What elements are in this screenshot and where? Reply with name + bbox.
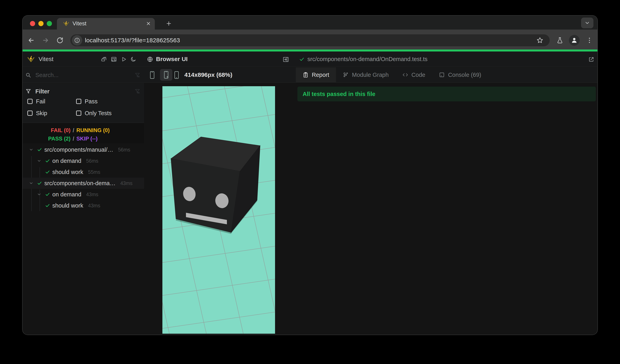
menu-kebab-icon[interactable] <box>586 37 593 44</box>
pass-check-icon <box>299 57 305 62</box>
sidebar: Vitest Search... Filter Fail <box>23 51 144 335</box>
vitest-app: Vitest Search... Filter Fail <box>23 51 597 335</box>
dark-mode-moon-icon[interactable] <box>130 56 136 62</box>
test-status-summary: FAIL (0) / RUNNING (0) PASS (2) / SKIP (… <box>23 123 144 143</box>
chevron-down-icon[interactable] <box>29 147 33 152</box>
checkbox-fail[interactable] <box>27 99 32 104</box>
checkbox-only-tests[interactable] <box>76 111 81 116</box>
tab-close-icon[interactable] <box>146 21 151 26</box>
test-tree: src/components/manual/…56ms on demand56m… <box>23 143 144 263</box>
browser-tab[interactable]: Vitest <box>57 18 155 29</box>
vitest-favicon <box>63 21 69 27</box>
pass-count: PASS (2) <box>23 136 71 142</box>
filter-funnel-icon <box>25 88 31 94</box>
device-toolbar: 414x896px (68%) <box>144 67 296 83</box>
filter-option-only-tests[interactable]: Only Tests <box>76 109 112 117</box>
chevron-down-icon[interactable] <box>37 192 41 197</box>
pass-check-icon <box>45 192 50 197</box>
tab-strip: Vitest <box>23 15 597 29</box>
pass-check-icon <box>45 203 50 208</box>
profile-avatar[interactable] <box>569 35 580 46</box>
person-icon <box>571 37 577 44</box>
preview-header: Browser UI <box>144 51 296 67</box>
module-graph-icon <box>343 72 349 78</box>
tab-code[interactable]: Code <box>395 67 432 82</box>
tree-row-test[interactable]: should work43ms <box>23 200 144 211</box>
info-icon <box>74 37 80 43</box>
sidebar-header: Vitest <box>23 51 144 67</box>
clear-filter-icon[interactable] <box>134 72 140 78</box>
filter-panel: Filter Fail Pass Skip Only Tests <box>23 83 144 123</box>
filter-option-pass[interactable]: Pass <box>76 97 97 106</box>
dashboard-icon[interactable] <box>111 56 117 62</box>
browser-preview-panel: Browser UI 414x896px (68%) <box>144 51 296 335</box>
pass-check-icon <box>37 147 42 152</box>
tree-row-file-manual[interactable]: src/components/manual/…56ms <box>23 144 144 155</box>
open-panel-icon[interactable] <box>283 56 289 63</box>
minimize-window-button[interactable] <box>38 21 44 26</box>
tree-row-file-on-demand[interactable]: src/components/on-dema…43ms <box>23 178 144 189</box>
results-panel: src/components/on-demand/OnDemand.test.t… <box>296 51 597 335</box>
tab-title: Vitest <box>73 18 87 29</box>
tab-console[interactable]: Console (69) <box>432 67 488 82</box>
url-text[interactable]: localhost:5173/#/?file=1828625563 <box>85 34 180 46</box>
search-row[interactable]: Search... <box>23 67 144 83</box>
report-icon <box>303 72 309 78</box>
search-icon <box>25 72 31 78</box>
device-phone-icon[interactable] <box>149 71 155 79</box>
search-input[interactable]: Search... <box>35 67 59 83</box>
browser-window: Vitest localhost:5173/#/?file=1828625563 <box>23 15 597 335</box>
new-tab-button[interactable] <box>166 20 172 27</box>
site-info-chip[interactable] <box>72 35 82 45</box>
vitest-logo <box>27 55 35 63</box>
bookmark-star-icon[interactable] <box>536 37 543 44</box>
app-title: Vitest <box>39 51 54 67</box>
filter-title: Filter <box>35 86 49 97</box>
back-button[interactable] <box>28 37 35 44</box>
open-external-icon[interactable] <box>588 56 594 63</box>
zoom-window-button[interactable] <box>47 21 52 26</box>
filter-option-skip[interactable]: Skip <box>27 109 47 117</box>
tab-search-button[interactable] <box>581 17 593 28</box>
console-icon <box>439 72 445 78</box>
close-window-button[interactable] <box>30 21 35 26</box>
chevron-down-icon[interactable] <box>37 159 41 163</box>
results-tabs: Report Module Graph Code Console (69) <box>296 67 597 83</box>
device-phone-plus-icon <box>163 71 169 79</box>
tree-row-test[interactable]: should work55ms <box>23 166 144 178</box>
experiments-flask-icon[interactable] <box>556 37 563 44</box>
chevron-down-icon[interactable] <box>29 181 33 185</box>
all-tests-passed-banner: All tests passed in this file <box>297 87 596 101</box>
pass-check-icon <box>45 158 50 163</box>
skip-count: SKIP (--) <box>77 136 98 142</box>
checkbox-pass[interactable] <box>76 99 81 104</box>
tree-row-suite[interactable]: on demand43ms <box>23 189 144 200</box>
pass-check-icon <box>37 181 42 186</box>
checkbox-skip[interactable] <box>27 111 32 116</box>
reload-button[interactable] <box>56 37 63 44</box>
filter-option-fail[interactable]: Fail <box>27 97 45 106</box>
running-count: RUNNING (0) <box>77 127 110 133</box>
device-tablet-icon[interactable] <box>174 71 179 79</box>
globe-icon <box>147 56 153 62</box>
run-all-icon[interactable] <box>121 56 127 62</box>
tab-report[interactable]: Report <box>296 67 336 82</box>
test-file-path: src/components/on-demand/OnDemand.test.t… <box>307 51 427 67</box>
pass-check-icon <box>45 169 50 175</box>
chevron-down-icon <box>584 21 590 25</box>
fail-count: FAIL (0) <box>23 127 71 133</box>
device-phone-active-button[interactable] <box>160 69 172 81</box>
preview-title: Browser UI <box>156 51 187 67</box>
clear-filter-icon[interactable] <box>134 88 140 94</box>
collapse-panels-icon[interactable] <box>101 56 107 62</box>
vitest-progress-bar <box>23 49 597 51</box>
code-icon <box>402 72 408 78</box>
forward-button[interactable] <box>42 37 49 44</box>
device-viewport <box>162 86 275 334</box>
browser-toolbar: localhost:5173/#/?file=1828625563 <box>23 29 597 49</box>
tree-row-suite[interactable]: on demand56ms <box>23 155 144 166</box>
tab-module-graph[interactable]: Module Graph <box>336 67 395 82</box>
viewport-size-label: 414x896px (68%) <box>184 67 232 82</box>
address-bar[interactable]: localhost:5173/#/?file=1828625563 <box>70 34 550 46</box>
results-header: src/components/on-demand/OnDemand.test.t… <box>296 51 597 67</box>
